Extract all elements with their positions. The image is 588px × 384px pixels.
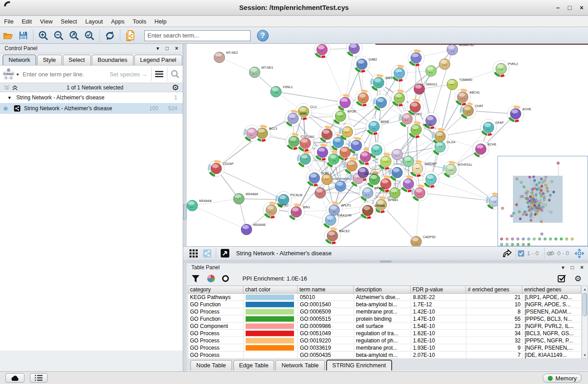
navigator-button[interactable] — [573, 248, 586, 259]
filter-icon[interactable] — [191, 275, 200, 283]
expand-all-icon[interactable] — [12, 85, 18, 90]
cloud-status-button[interactable] — [5, 373, 24, 383]
tab-boundaries[interactable]: Boundaries — [92, 55, 133, 65]
memory-button[interactable]: Memory — [543, 374, 582, 383]
table-row[interactable]: KEGG Pathways05010Alzheimer's dise...8.8… — [188, 294, 582, 301]
network-row[interactable]: String Network - Alzheimer's disease 100… — [0, 103, 183, 114]
menu-file[interactable]: File — [0, 18, 18, 25]
splitter-grip[interactable] — [380, 261, 392, 262]
panel-splitter-grip[interactable] — [183, 204, 187, 220]
zoom-in-button[interactable] — [36, 29, 51, 42]
string-search-button[interactable] — [167, 70, 183, 79]
tab-string-enrichment[interactable]: STRING Enrichment — [326, 360, 392, 370]
column-header-description[interactable]: description — [354, 286, 411, 294]
refresh-button[interactable] — [102, 29, 118, 42]
cell: GO Process — [188, 344, 244, 351]
search-input[interactable] — [144, 30, 251, 41]
open-session-button[interactable] — [0, 29, 15, 42]
table-scrollbar[interactable]: ▲ ▼ — [582, 286, 588, 359]
column-header-category[interactable]: category — [188, 286, 243, 294]
cell: GO:0050435 — [298, 351, 354, 358]
export-network-button[interactable] — [500, 248, 514, 259]
column-header--enriched-genes[interactable]: # enriched genes — [466, 286, 522, 294]
menu-help[interactable]: Help — [151, 18, 171, 25]
maximize-button[interactable]: □ — [568, 4, 571, 12]
zoom-selected-button[interactable] — [82, 29, 97, 42]
scrollbar-thumb[interactable] — [583, 293, 587, 316]
share-view-button[interactable] — [200, 248, 214, 259]
tab-style[interactable]: Style — [37, 55, 62, 65]
tab-select[interactable]: Select — [63, 55, 91, 65]
table-panel-float-icon[interactable]: □ — [571, 264, 574, 271]
pie-chart-icon[interactable] — [207, 275, 215, 282]
hidden-count: 0 - 0 — [557, 250, 569, 257]
string-term-input[interactable] — [21, 71, 109, 78]
set-species-label[interactable]: Set species → — [109, 71, 147, 78]
table-panel-menu-icon[interactable]: ▾ — [562, 264, 564, 271]
control-panel-float-icon[interactable]: □ — [166, 45, 169, 52]
collapse-all-icon[interactable] — [4, 85, 10, 90]
table-row[interactable]: GO ProcessGO:0050435beta-amyloid m...2.0… — [188, 351, 582, 359]
minimize-button[interactable]: – — [556, 4, 560, 12]
svg-text:CHAT: CHAT — [475, 104, 484, 108]
save-session-button[interactable] — [15, 29, 31, 42]
enrichment-settings-gear-icon[interactable]: ⚙ — [574, 275, 582, 282]
table-row[interactable]: GO ProcessGO:0019220regulation of ph...1… — [188, 337, 582, 344]
table-row[interactable]: GO FunctionGO:0005515protein binding1.47… — [188, 315, 582, 323]
column-header-term-name[interactable]: term name — [298, 286, 354, 294]
ring-chart-icon[interactable] — [222, 275, 229, 282]
svg-text:ADAM10: ADAM10 — [365, 172, 378, 175]
svg-text:GAB2: GAB2 — [369, 58, 377, 61]
birds-eye-view[interactable] — [498, 156, 588, 246]
zoom-out-button[interactable] — [51, 29, 66, 42]
table-row[interactable]: GO ProcessGO:0051049regulation of tra...… — [188, 330, 582, 337]
grid-view-button[interactable] — [187, 248, 200, 259]
table-row[interactable]: GO ComponentGO:0009986cell surface1.54E-… — [188, 323, 582, 330]
network-canvas[interactable]: MT-ND2MT-ND1VSNL1GAB2IRS1ADAMTS2PVRL2TOM… — [183, 44, 588, 246]
menu-layout[interactable]: Layout — [81, 18, 107, 25]
import-network-button[interactable] — [123, 29, 138, 42]
scroll-up-icon[interactable]: ▲ — [582, 286, 588, 292]
tab-network[interactable]: Network — [3, 55, 36, 65]
tab-edge-table[interactable]: Edge Table — [233, 360, 275, 370]
horizontal-splitter[interactable] — [183, 260, 588, 263]
tab-network-table[interactable]: Network Table — [275, 360, 324, 370]
control-panel-tabs: NetworkStyleSelectBoundariesLegend Panel — [0, 53, 183, 65]
menu-tools[interactable]: Tools — [128, 18, 150, 25]
table-row[interactable]: GO ProcessGO:0033619membrane prot...1.93… — [188, 344, 582, 351]
select-all-checkbox-icon[interactable] — [558, 274, 566, 283]
column-header-enriched-genes[interactable]: enriched genes — [522, 286, 581, 294]
detach-view-button[interactable] — [218, 248, 232, 259]
svg-text:CD2AP: CD2AP — [223, 162, 234, 165]
table-panel-close-icon[interactable]: × — [580, 264, 583, 271]
string-logo-button[interactable]: STRING ▾ — [0, 68, 21, 80]
column-header-chart-color[interactable]: chart color — [243, 286, 298, 294]
tab-node-table[interactable]: Node Table — [190, 360, 232, 370]
help-button[interactable]: ? — [257, 30, 269, 42]
menu-view[interactable]: View — [36, 18, 57, 25]
svg-text:BCL3: BCL3 — [269, 127, 277, 130]
save-icon — [19, 31, 28, 40]
task-history-button[interactable] — [30, 373, 47, 383]
network-panel-gear-icon[interactable]: ⚙ — [172, 84, 179, 91]
zoom-fit-button[interactable] — [66, 29, 82, 42]
table-row[interactable]: GO FunctionGO:0001540beta-amyloid bi...1… — [188, 301, 582, 308]
close-button[interactable]: × — [580, 4, 583, 12]
svg-text:DLG4: DLG4 — [447, 140, 455, 144]
control-panel-menu-icon[interactable]: ▾ — [156, 45, 159, 52]
color-swatch — [246, 345, 294, 351]
scroll-down-icon[interactable]: ▼ — [582, 352, 588, 358]
string-options-button[interactable] — [152, 71, 167, 77]
control-panel-close-icon[interactable]: × — [175, 45, 178, 52]
memory-status-dot — [548, 376, 553, 381]
menu-edit[interactable]: Edit — [18, 18, 36, 25]
svg-text:MME: MME — [300, 112, 308, 115]
menu-apps[interactable]: Apps — [107, 18, 129, 25]
table-row[interactable]: GO ProcessGO:0006509membrane prot...1.42… — [188, 308, 582, 315]
network-collection-row[interactable]: ▼ String Network - Alzheimer's disease 1 — [0, 92, 183, 103]
expander-icon[interactable]: ▼ — [7, 95, 12, 100]
column-header-FDR-p-value[interactable]: FDR p-value — [411, 286, 466, 294]
menu-select[interactable]: Select — [57, 18, 81, 25]
svg-text:TOMM40: TOMM40 — [459, 78, 472, 81]
tab-legend-panel[interactable]: Legend Panel — [134, 55, 182, 65]
